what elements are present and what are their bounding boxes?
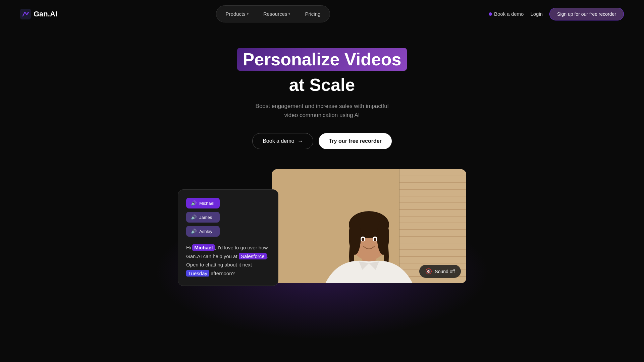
hero-section: Personalize Videos at Scale Boost engage…: [0, 28, 644, 163]
nav-resources[interactable]: Resources ▾: [257, 8, 297, 19]
person-buttons: 🔊 Michael 🔊 James 🔊 Ashley: [186, 198, 270, 237]
nav-menu: Products ▾ Resources ▾ Pricing: [216, 5, 330, 22]
hero-subtitle: Boost engagement and increase sales with…: [248, 102, 396, 120]
video-player[interactable]: 🔇 Sound off: [272, 169, 466, 283]
hero-title-highlight: Personalize Videos: [7, 48, 637, 73]
person-james-button[interactable]: 🔊 James: [186, 212, 220, 223]
nav-right-actions: Book a demo Login Sign up for our free r…: [489, 8, 624, 20]
book-demo-link[interactable]: Book a demo: [489, 11, 524, 17]
speaker-icon: 🔊: [191, 215, 197, 220]
try-recorder-button[interactable]: Try our free recorder: [319, 133, 391, 149]
arrow-icon: →: [298, 138, 303, 144]
speaker-icon: 🔊: [191, 229, 197, 234]
personalization-panel: 🔊 Michael 🔊 James 🔊 Ashley Hi Michael, I…: [178, 189, 278, 286]
login-link[interactable]: Login: [530, 11, 543, 17]
svg-point-29: [362, 238, 364, 241]
nav-pricing[interactable]: Pricing: [298, 8, 327, 19]
book-demo-button[interactable]: Book a demo →: [252, 133, 313, 149]
highlight-company: Salesforce: [239, 253, 267, 259]
chevron-down-icon: ▾: [288, 12, 290, 16]
video-section: 🔊 Michael 🔊 James 🔊 Ashley Hi Michael, I…: [0, 163, 644, 306]
dot-icon: [489, 12, 492, 16]
signup-button[interactable]: Sign up for our free recorder: [549, 8, 624, 20]
person-michael-button[interactable]: 🔊 Michael: [186, 198, 220, 208]
hero-title-main: at Scale: [7, 75, 637, 95]
highlight-day: Tuesday: [186, 270, 209, 277]
speech-text: Hi Michael, I'd love to go over how Gan.…: [186, 243, 270, 278]
svg-point-1: [28, 12, 29, 13]
logo[interactable]: Gan.AI: [20, 9, 57, 19]
hero-buttons: Book a demo → Try our free recorder: [7, 133, 637, 149]
sound-off-button[interactable]: 🔇 Sound off: [419, 265, 461, 278]
mute-icon: 🔇: [425, 268, 432, 275]
logo-icon: [20, 9, 31, 19]
nav-products[interactable]: Products ▾: [219, 8, 255, 19]
speaker-icon: 🔊: [191, 200, 197, 206]
chevron-down-icon: ▾: [247, 12, 249, 16]
person-ashley-button[interactable]: 🔊 Ashley: [186, 226, 220, 237]
svg-rect-0: [20, 9, 31, 19]
navbar: Gan.AI Products ▾ Resources ▾ Pricing Bo…: [0, 0, 644, 28]
svg-point-30: [374, 238, 376, 241]
highlight-name: Michael: [192, 244, 215, 251]
